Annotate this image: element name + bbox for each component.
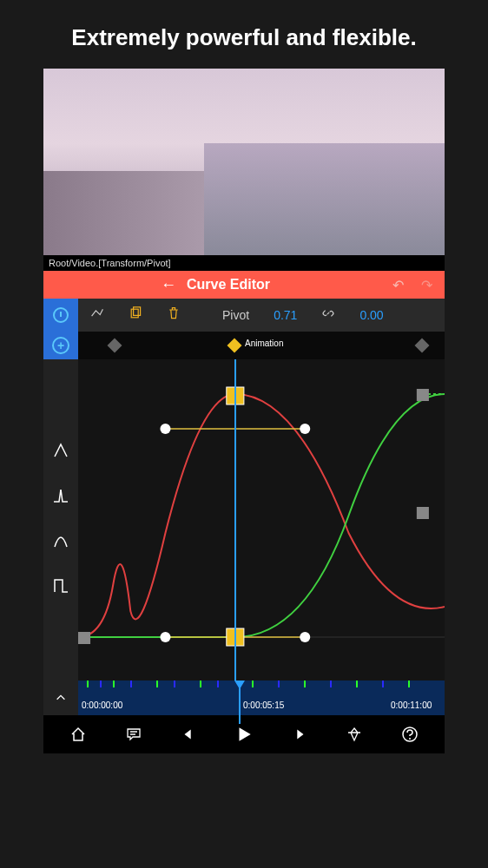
svg-point-17 — [409, 738, 411, 740]
prev-frame-button[interactable] — [171, 717, 206, 752]
svg-point-10 — [300, 632, 310, 642]
trash-icon[interactable] — [167, 306, 181, 324]
timeline-playhead[interactable] — [234, 681, 245, 689]
panel-title: Curve Editor — [187, 277, 270, 293]
svg-point-8 — [300, 424, 310, 434]
keyframe-row: + Animation — [43, 332, 445, 359]
premium-button[interactable] — [337, 717, 372, 752]
toolbar: Pivot 0.71 0.00 — [43, 299, 445, 332]
keyframe-track[interactable]: Animation — [78, 332, 445, 359]
link-icon[interactable] — [321, 306, 335, 324]
back-arrow-icon[interactable]: ← — [161, 276, 176, 294]
clock-icon — [53, 307, 69, 323]
timecode-end: 0:00:11:00 — [391, 700, 432, 710]
keyframe-marker[interactable] — [415, 339, 430, 353]
redo-button[interactable]: ↷ — [418, 277, 436, 293]
linear-curve-icon[interactable] — [52, 442, 69, 463]
svg-rect-14 — [417, 389, 429, 401]
add-keyframe-button[interactable]: + — [43, 332, 78, 359]
graph-icon[interactable] — [90, 306, 104, 324]
curve-canvas[interactable] — [78, 359, 445, 681]
keyframe-marker-active[interactable] — [228, 339, 242, 353]
play-button[interactable] — [227, 717, 261, 752]
spike-curve-icon[interactable] — [52, 487, 69, 508]
next-frame-button[interactable] — [282, 717, 317, 752]
param-label: Pivot — [222, 308, 249, 322]
param-value-1[interactable]: 0.71 — [274, 308, 297, 322]
marketing-headline: Extremely powerful and flexible. — [0, 0, 488, 69]
param-value-2[interactable]: 0.00 — [359, 308, 383, 322]
keyframe-marker[interactable] — [108, 339, 122, 353]
help-button[interactable] — [392, 717, 427, 752]
playhead-line[interactable] — [234, 359, 236, 681]
svg-rect-0 — [131, 309, 138, 318]
step-curve-icon[interactable] — [52, 577, 69, 598]
comment-button[interactable] — [116, 717, 151, 752]
expand-timeline-button[interactable] — [43, 681, 78, 715]
video-preview[interactable] — [43, 69, 445, 255]
clock-tab[interactable] — [43, 299, 78, 332]
svg-point-9 — [160, 632, 170, 642]
timeline-track[interactable]: 0:00:00:00 0:00:05:15 0:00:11:00 — [78, 681, 445, 715]
plus-icon: + — [52, 337, 69, 354]
svg-rect-1 — [134, 307, 141, 316]
graph-area — [43, 359, 445, 681]
copy-icon[interactable] — [129, 306, 142, 324]
bottom-nav — [43, 715, 445, 753]
svg-point-7 — [160, 424, 170, 434]
app-frame: Root/Video.[Transform/Pivot] ← Curve Edi… — [43, 69, 445, 753]
curve-tool-rail — [43, 359, 78, 681]
timecode-current: 0:00:05:15 — [243, 700, 284, 710]
home-button[interactable] — [61, 717, 96, 752]
timecode-start: 0:00:00:00 — [82, 700, 122, 710]
timeline: 0:00:00:00 0:00:05:15 0:00:11:00 — [43, 681, 445, 715]
breadcrumb[interactable]: Root/Video.[Transform/Pivot] — [43, 255, 445, 271]
title-bar: ← Curve Editor ↶ ↷ — [43, 271, 445, 299]
animation-label: Animation — [245, 339, 283, 348]
svg-rect-15 — [417, 507, 429, 519]
svg-rect-13 — [78, 632, 90, 644]
undo-button[interactable]: ↶ — [389, 277, 407, 293]
bezier-curve-icon[interactable] — [52, 532, 69, 553]
